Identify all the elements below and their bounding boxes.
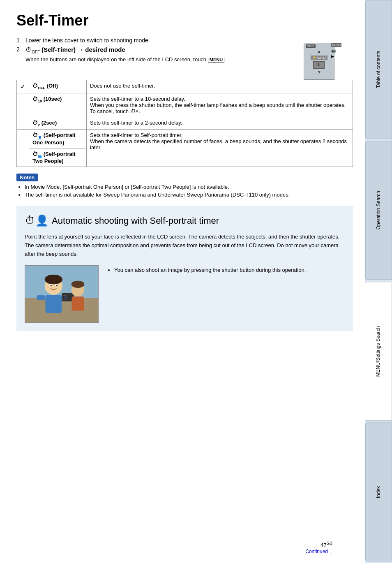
check-col — [17, 93, 29, 117]
step-2-desc: When the buttons are not displayed on th… — [25, 56, 297, 63]
desc-col: Sets the self-timer to a 2-second delay. — [87, 117, 353, 130]
menu-btn-label: MENU — [306, 44, 316, 48]
camera-diagram: MENU ● ⚡AUTO ⏱ ? MENU 📷 — [304, 42, 353, 80]
svg-rect-18 — [72, 297, 84, 311]
mode-col: ⏱OFF (Off) — [29, 80, 87, 93]
step-2-row: 2 ⏱OFF (Self-Timer) → desired mode When … — [16, 46, 353, 80]
camera-screen: MENU ● ⚡AUTO ⏱ ? MENU 📷 — [304, 43, 334, 80]
continued-label: Continued ↓ — [305, 548, 332, 555]
step-1-number: 1 — [16, 37, 22, 44]
table-row: ⏱10 (10sec) Sets the self-timer to a 10-… — [17, 93, 353, 117]
step-2: 2 ⏱OFF (Self-Timer) → desired mode — [16, 46, 297, 54]
table-row: ⏱👤 (Self-portraitOne Person) Sets the se… — [17, 130, 353, 148]
notes-item-2: The self-timer is not available for Swee… — [25, 192, 353, 198]
side-icons: MENU 📷 ▶ — [331, 43, 341, 58]
mode-col: ⏱👥 (Self-portraitTwo People) — [29, 148, 87, 167]
svg-rect-9 — [46, 295, 62, 313]
table-row: ⏱2 (2sec) Sets the self-timer to a 2-sec… — [17, 117, 353, 130]
sidebar-tab-operation[interactable]: Operation Search — [365, 141, 392, 280]
mode-table: ✓ ⏱OFF (Off) Does not use the self-timer… — [16, 80, 353, 167]
auto-note-item: You can also shoot an image by pressing … — [114, 267, 345, 273]
svg-rect-1 — [25, 266, 98, 298]
page-number: 47GB — [305, 541, 332, 548]
arrow-down-icon: ↓ — [330, 548, 332, 555]
svg-point-17 — [71, 280, 85, 288]
auto-note: You can also shoot an image by pressing … — [107, 265, 345, 273]
step-2-text: ⏱OFF (Self-Timer) → desired mode — [25, 46, 125, 54]
check-col: ✓ — [17, 80, 29, 93]
sidebar-tab-index[interactable]: Index — [365, 422, 392, 561]
main-content: Self-Timer 1 Lower the lens cover to swi… — [0, 0, 365, 563]
check-col — [17, 130, 29, 167]
mode-col: ⏱2 (2sec) — [29, 117, 87, 130]
desc-col: Sets the self-timer to Self-portrait tim… — [87, 130, 353, 167]
auto-section-title: ⏱👤 Automatic shooting with Self-portrait… — [25, 214, 345, 227]
notes-list: In Movie Mode, [Self-portrait One Person… — [25, 184, 353, 198]
svg-point-15 — [64, 297, 66, 298]
page-title: Self-Timer — [16, 12, 353, 29]
step-2-left: 2 ⏱OFF (Self-Timer) → desired mode When … — [16, 46, 297, 68]
auto-section: ⏱👤 Automatic shooting with Self-portrait… — [16, 206, 353, 331]
svg-point-8 — [56, 285, 58, 286]
notes-section: Notes In Movie Mode, [Self-portrait One … — [16, 174, 353, 198]
svg-point-4 — [45, 274, 62, 284]
notes-item-1: In Movie Mode, [Self-portrait One Person… — [25, 184, 353, 190]
auto-section-desc: Point the lens at yourself so your face … — [25, 233, 345, 258]
auto-bottom: You can also shoot an image by pressing … — [25, 265, 345, 323]
sidebar-tab-menu[interactable]: MENU/Settings Search — [365, 282, 392, 421]
desc-col: Does not use the self-timer. — [87, 80, 353, 93]
page-number-area: 47GB Continued ↓ — [305, 541, 332, 555]
svg-point-7 — [51, 285, 52, 286]
mode-col: ⏱👤 (Self-portraitOne Person) — [29, 130, 87, 148]
sidebar-tab-toc[interactable]: Table of contents — [365, 0, 392, 139]
svg-rect-10 — [37, 295, 46, 300]
check-col — [17, 117, 29, 130]
step-2-number: 2 — [16, 46, 22, 53]
self-portrait-icon: ⏱👤 — [25, 214, 48, 227]
steps-container: 1 Lower the lens cover to switch to shoo… — [16, 37, 353, 80]
step-1: 1 Lower the lens cover to switch to shoo… — [16, 37, 353, 44]
desc-col: Sets the self-timer to a 10-second delay… — [87, 93, 353, 117]
right-sidebar: Table of contents Operation Search MENU/… — [365, 0, 392, 563]
step-1-text: Lower the lens cover to switch to shooti… — [25, 37, 150, 44]
table-row: ✓ ⏱OFF (Off) Does not use the self-timer… — [17, 80, 353, 93]
mode-col: ⏱10 (10sec) — [29, 93, 87, 117]
auto-image — [25, 265, 99, 323]
notes-label: Notes — [16, 174, 38, 181]
